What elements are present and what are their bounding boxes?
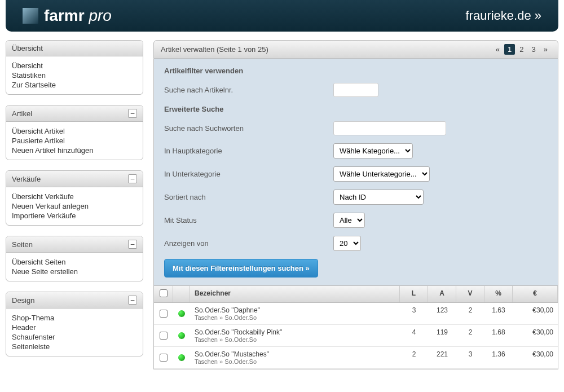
- row-name[interactable]: So.Oder.So "Rockabilly Pink"Taschen » So…: [190, 325, 400, 346]
- col-price[interactable]: €: [513, 286, 558, 302]
- sidebar-section-header: Verkäufe–: [6, 171, 143, 187]
- sidebar-item[interactable]: Übersicht Artikel: [12, 126, 137, 136]
- sidebar: ÜbersichtÜbersichtStatistikenZur Startse…: [6, 40, 143, 369]
- row-l: 4: [400, 325, 428, 346]
- status-label: Mit Status: [164, 216, 333, 224]
- table-row: So.Oder.So "Mustaches"Taschen » So.Oder.…: [154, 347, 558, 369]
- row-checkbox[interactable]: [160, 310, 168, 318]
- row-status: [173, 303, 190, 324]
- filter-title: Artikelfilter verwenden: [164, 67, 548, 75]
- main-content: Artikel verwalten (Seite 1 von 25) « 1 2…: [153, 40, 558, 369]
- row-name[interactable]: So.Oder.So "Daphne"Taschen » So.Oder.So: [190, 303, 400, 324]
- row-l: 3: [400, 303, 428, 324]
- pagination: « 1 2 3 »: [492, 44, 551, 55]
- sidebar-section-body: Übersicht VerkäufeNeuen Verkauf anlegenI…: [6, 187, 143, 225]
- collapse-button[interactable]: –: [128, 240, 137, 249]
- sidebar-item[interactable]: Übersicht Verkäufe: [12, 192, 137, 201]
- sort-select[interactable]: Nach ID: [333, 190, 424, 205]
- select-all-checkbox[interactable]: [160, 289, 168, 297]
- col-check: [154, 286, 173, 302]
- sidebar-section-title: Verkäufe: [12, 175, 41, 183]
- row-checkbox[interactable]: [160, 332, 168, 340]
- col-l[interactable]: L: [400, 286, 428, 302]
- sidebar-section-title: Artikel: [12, 109, 32, 118]
- collapse-button[interactable]: –: [128, 109, 137, 118]
- row-l: 2: [400, 347, 428, 368]
- collapse-button[interactable]: –: [128, 174, 137, 183]
- col-status: [173, 286, 190, 302]
- article-nr-input[interactable]: [333, 83, 378, 97]
- row-a: 123: [428, 303, 456, 324]
- sub-cat-label: In Unterkategorie: [164, 170, 333, 178]
- sidebar-item[interactable]: Zur Startseite: [12, 80, 137, 90]
- status-dot-icon: [178, 310, 185, 317]
- col-pct[interactable]: %: [484, 286, 513, 302]
- sort-label: Sortiert nach: [164, 193, 333, 201]
- main-cat-select[interactable]: Wähle Kategorie...: [333, 143, 413, 158]
- page-2[interactable]: 2: [516, 44, 527, 55]
- row-price: €30,00: [513, 325, 558, 346]
- row-name[interactable]: So.Oder.So "Mustaches"Taschen » So.Oder.…: [190, 347, 400, 368]
- row-price: €30,00: [513, 303, 558, 324]
- sidebar-item[interactable]: Übersicht: [12, 61, 137, 71]
- filter-panel: Artikelfilter verwenden Suche nach Artik…: [153, 59, 558, 286]
- sidebar-section-body: Shop-ThemaHeaderSchaufensterSeitenleiste: [6, 309, 143, 356]
- sidebar-section-header: Artikel–: [6, 105, 143, 122]
- sidebar-item[interactable]: Seitenleiste: [12, 342, 137, 351]
- sidebar-item[interactable]: Neuen Verkauf anlegen: [12, 201, 137, 211]
- row-pct: 1.63: [484, 303, 513, 324]
- sidebar-section: Artikel–Übersicht ArtikelPausierte Artik…: [6, 105, 143, 160]
- page-3[interactable]: 3: [528, 44, 539, 55]
- logo-sub: pro: [89, 7, 111, 24]
- sidebar-section-header: Übersicht: [6, 41, 143, 56]
- sidebar-section-body: Übersicht ArtikelPausierte ArtikelNeuen …: [6, 122, 143, 160]
- sidebar-section: ÜbersichtÜbersichtStatistikenZur Startse…: [6, 40, 143, 95]
- sidebar-section-body: ÜbersichtStatistikenZur Startseite: [6, 56, 143, 94]
- status-select[interactable]: Alle: [333, 213, 365, 228]
- search-button[interactable]: Mit diesen Filtereinstellungen suchen »: [164, 259, 318, 278]
- col-v[interactable]: V: [456, 286, 484, 302]
- table-header: Bezeichner L A V % €: [154, 286, 558, 303]
- sidebar-item[interactable]: Statistiken: [12, 71, 137, 80]
- advanced-title: Erweiterte Suche: [164, 105, 548, 113]
- col-a[interactable]: A: [428, 286, 456, 302]
- article-table: Bezeichner L A V % € So.Oder.So "Daphne"…: [153, 286, 558, 369]
- sidebar-item[interactable]: Pausierte Artikel: [12, 136, 137, 146]
- sidebar-section-title: Seiten: [12, 240, 33, 249]
- sidebar-item[interactable]: Schaufenster: [12, 332, 137, 342]
- page-prev[interactable]: «: [492, 44, 503, 55]
- show-select[interactable]: 20: [333, 236, 361, 251]
- sidebar-item[interactable]: Shop-Thema: [12, 313, 137, 323]
- page-next[interactable]: »: [540, 44, 551, 55]
- row-v: 2: [456, 325, 484, 346]
- logo-main: farmr: [44, 7, 85, 24]
- table-row: So.Oder.So "Rockabilly Pink"Taschen » So…: [154, 325, 558, 347]
- row-status: [173, 325, 190, 346]
- sidebar-item[interactable]: Übersicht Seiten: [12, 257, 137, 267]
- sidebar-section: Design–Shop-ThemaHeaderSchaufensterSeite…: [6, 292, 143, 356]
- row-pct: 1.36: [484, 347, 513, 368]
- row-checkbox[interactable]: [160, 354, 168, 362]
- site-link[interactable]: fraurieke.de »: [465, 8, 541, 23]
- sidebar-item[interactable]: Importiere Verkäufe: [12, 211, 137, 221]
- sidebar-section-body: Übersicht SeitenNeue Seite erstellen: [6, 253, 143, 281]
- row-status: [173, 347, 190, 368]
- sub-cat-select[interactable]: Wähle Unterkategorie...: [333, 166, 430, 182]
- main-cat-label: In Hauptkategorie: [164, 147, 333, 155]
- page-title: Artikel verwalten (Seite 1 von 25): [161, 45, 268, 54]
- keyword-input[interactable]: [333, 121, 446, 135]
- status-dot-icon: [178, 354, 185, 361]
- sidebar-section-header: Design–: [6, 292, 143, 309]
- row-pct: 1.68: [484, 325, 513, 346]
- collapse-button[interactable]: –: [128, 296, 137, 305]
- row-a: 221: [428, 347, 456, 368]
- row-check: [154, 347, 173, 368]
- row-v: 3: [456, 347, 484, 368]
- sidebar-item[interactable]: Header: [12, 323, 137, 332]
- keyword-label: Suche nach Suchworten: [164, 124, 333, 133]
- logo-text: farmr pro: [44, 7, 112, 25]
- sidebar-item[interactable]: Neue Seite erstellen: [12, 267, 137, 276]
- sidebar-item[interactable]: Neuen Artikel hinzufügen: [12, 146, 137, 155]
- col-name[interactable]: Bezeichner: [190, 286, 400, 302]
- page-1[interactable]: 1: [504, 44, 515, 55]
